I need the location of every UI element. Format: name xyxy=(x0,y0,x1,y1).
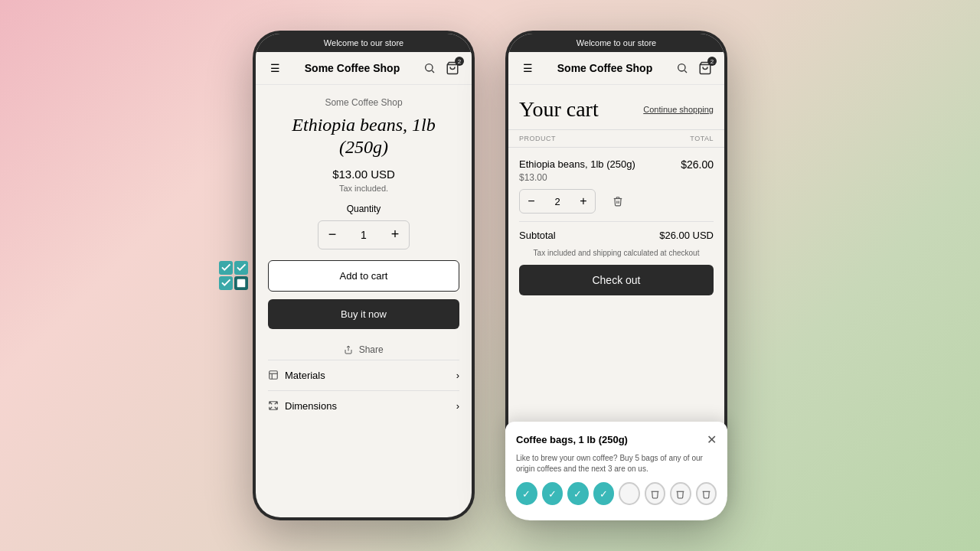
popup-toast: Coffee bags, 1 lb (250g) ✕ Like to brew … xyxy=(508,422,724,517)
banner-text-right: Welcome to our store xyxy=(577,38,656,47)
cart-icon-left[interactable]: 2 xyxy=(444,60,461,77)
accordion-materials-chevron: › xyxy=(456,370,459,381)
search-icon-right[interactable] xyxy=(674,60,691,77)
accordion-dimensions-label: Dimensions xyxy=(285,400,337,412)
continue-shopping-button[interactable]: Continue shopping xyxy=(643,105,714,114)
popup-icon-4: ✓ xyxy=(593,482,615,505)
product-price: $13.00 USD xyxy=(268,168,459,181)
cart-subtotal: Subtotal $26.00 USD xyxy=(519,221,714,249)
table-header-product: PRODUCT xyxy=(519,135,556,142)
shop-name-right: Some Coffee Shop xyxy=(557,62,652,75)
svg-rect-0 xyxy=(237,279,246,288)
svg-point-1 xyxy=(426,64,433,71)
popup-icon-6 xyxy=(645,482,666,505)
menu-icon-left[interactable]: ☰ xyxy=(266,60,283,77)
cart-icon-right[interactable]: 2 xyxy=(697,60,714,77)
popup-icons-row: ✓ ✓ ✓ ✓ xyxy=(516,482,717,505)
side-icon-3 xyxy=(219,276,233,290)
cart-item-delete-button[interactable] xyxy=(606,190,629,213)
popup-description: Like to brew your own coffee? Buy 5 bags… xyxy=(516,453,717,474)
add-to-cart-button[interactable]: Add to cart xyxy=(268,260,459,292)
popup-icon-1: ✓ xyxy=(516,482,537,505)
cart-item-total: $26.00 xyxy=(681,158,714,171)
accordion-materials[interactable]: Materials › xyxy=(268,360,459,390)
popup-header: Coffee bags, 1 lb (250g) ✕ xyxy=(516,432,717,447)
side-decorative-icons xyxy=(219,261,248,290)
popup-icon-8 xyxy=(696,482,717,505)
side-icon-1 xyxy=(219,261,233,275)
side-icon-4 xyxy=(234,276,248,290)
quantity-label: Quantity xyxy=(268,204,459,214)
cart-item-price-each: $13.00 xyxy=(519,172,681,183)
accordion-dimensions-chevron: › xyxy=(456,400,459,412)
table-header-total: TOTAL xyxy=(690,135,714,142)
product-brand: Some Coffee Shop xyxy=(268,97,459,108)
accordion-dimensions[interactable]: Dimensions › xyxy=(268,390,459,421)
popup-icon-7 xyxy=(670,482,691,505)
popup-icon-2: ✓ xyxy=(542,482,564,505)
quantity-increase-button[interactable]: + xyxy=(381,221,409,249)
cart-quantity-increase-button[interactable]: + xyxy=(572,190,595,213)
accordion-materials-label: Materials xyxy=(285,370,325,381)
checkout-button[interactable]: Check out xyxy=(519,265,714,295)
cart-item: Ethiopia beans, 1lb (250g) $13.00 − 2 + … xyxy=(519,158,714,214)
svg-point-6 xyxy=(678,64,685,71)
cart-badge-left: 2 xyxy=(455,57,464,66)
store-banner-left: Welcome to our store xyxy=(256,34,472,52)
cart-title: Your cart xyxy=(519,97,599,122)
cart-tax-note: Tax included and shipping calculated at … xyxy=(519,249,714,257)
cart-item-info: Ethiopia beans, 1lb (250g) $13.00 − 2 + xyxy=(519,158,681,214)
product-tax: Tax included. xyxy=(268,184,459,193)
cart-quantity-decrease-button[interactable]: − xyxy=(520,190,543,213)
popup-icon-5 xyxy=(619,482,640,505)
nav-icons-left: 2 xyxy=(421,60,461,77)
left-phone: Welcome to our store ☰ Some Coffee Shop … xyxy=(253,31,475,520)
nav-bar-right: ☰ Some Coffee Shop 2 xyxy=(508,52,724,85)
svg-rect-3 xyxy=(270,371,278,380)
product-page-content: Some Coffee Shop Ethiopia beans, 1lb (25… xyxy=(256,85,472,517)
quantity-value: 1 xyxy=(346,229,381,241)
share-label: Share xyxy=(359,344,384,355)
search-icon-left[interactable] xyxy=(421,60,438,77)
banner-text-left: Welcome to our store xyxy=(324,38,403,47)
left-phone-screen: Welcome to our store ☰ Some Coffee Shop … xyxy=(256,34,472,517)
nav-icons-right: 2 xyxy=(674,60,714,77)
cart-badge-right: 2 xyxy=(707,57,717,66)
svg-line-7 xyxy=(684,70,687,73)
quantity-control: − 1 + xyxy=(318,220,410,249)
nav-bar-left: ☰ Some Coffee Shop 2 xyxy=(256,52,472,85)
menu-icon-right[interactable]: ☰ xyxy=(519,60,536,77)
popup-icon-3: ✓ xyxy=(567,482,589,505)
cart-header: Your cart Continue shopping xyxy=(508,85,724,129)
popup-close-button[interactable]: ✕ xyxy=(707,432,717,447)
shop-name-left: Some Coffee Shop xyxy=(305,62,400,75)
right-phone: Welcome to our store ☰ Some Coffee Shop … xyxy=(505,31,727,520)
subtotal-label: Subtotal xyxy=(519,230,556,241)
cart-quantity-value: 2 xyxy=(543,196,572,207)
share-button[interactable]: Share xyxy=(268,340,459,360)
side-icon-2 xyxy=(234,261,248,275)
cart-quantity-control: − 2 + xyxy=(519,189,596,214)
quantity-decrease-button[interactable]: − xyxy=(318,221,346,249)
product-title: Ethiopia beans, 1lb (250g) xyxy=(268,114,459,158)
buy-now-button[interactable]: Buy it now xyxy=(268,299,459,329)
popup-title: Coffee bags, 1 lb (250g) xyxy=(516,434,628,445)
cart-table-header: PRODUCT TOTAL xyxy=(508,129,724,148)
svg-line-2 xyxy=(432,70,434,73)
subtotal-value: $26.00 USD xyxy=(659,230,714,241)
store-banner-right: Welcome to our store xyxy=(508,34,724,52)
right-phone-screen: Welcome to our store ☰ Some Coffee Shop … xyxy=(508,34,724,517)
cart-item-name: Ethiopia beans, 1lb (250g) xyxy=(519,158,681,170)
